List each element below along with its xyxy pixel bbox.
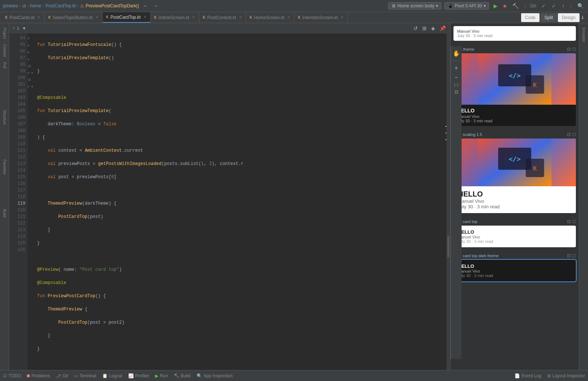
right-emulator-icon[interactable]: Emulator (581, 26, 587, 44)
status-app-inspection[interactable]: 🔍 App Inspection (197, 373, 233, 378)
run-button[interactable]: ▶ (492, 2, 499, 10)
refresh-icon[interactable]: ↺ (412, 25, 419, 32)
breadcrumb-ui[interactable]: ui (22, 3, 26, 8)
search-button[interactable]: 🔍 (576, 2, 585, 10)
git-fetch-icon[interactable]: ↑ (560, 2, 566, 10)
stop-button[interactable]: ■ (502, 2, 508, 10)
view-tab-code[interactable]: Code (521, 13, 540, 22)
gutter-favorites[interactable]: Favorites (2, 158, 7, 176)
font-scale-author: Manuel Vivo (458, 198, 571, 204)
code-scrollbar-thumb[interactable] (447, 236, 449, 258)
status-layout-inspector[interactable]: ⊞ Layout Inspector (547, 373, 585, 378)
code-scrollbar[interactable] (447, 33, 450, 370)
line-numbers: 94 95 96 97 98 99 100 101 102 103 104 10… (9, 33, 28, 370)
gutter-build[interactable]: Build (2, 208, 7, 219)
top-bar: jetnews › ui › home › PostCardTop.kt › ⚠… (0, 0, 588, 12)
git-push-icon[interactable]: ✓ (550, 2, 557, 10)
hand-tool-button[interactable]: ✋ (451, 49, 462, 58)
home-screen-body-dropdown[interactable]: 🖥 Home screen body ▾ (388, 2, 441, 10)
expand-icon[interactable]: ▼ (21, 25, 28, 31)
status-event-log[interactable]: 📄 Event Log (514, 373, 541, 378)
font-scale-image: </> K (453, 139, 576, 186)
preview-content[interactable]: Manuel Vivo July 30 · 3 min read Dark th… (451, 23, 579, 370)
dark-card-image: </> K (453, 53, 576, 105)
close-postcontent[interactable]: ✕ (239, 15, 242, 20)
small-card-title: HELLO (458, 229, 571, 235)
dark-card-title: HELLO (457, 108, 572, 114)
tab-selecttopic[interactable]: K SelectTopicButton.kt ✕ (44, 12, 102, 23)
close-postcardtop[interactable]: ✕ (143, 15, 147, 19)
font-scale-card: </> K HELLO Manuel Vivo July 30 · 3 min … (453, 139, 576, 213)
status-build[interactable]: 🔨 Build (174, 373, 191, 378)
breadcrumb-home[interactable]: home (30, 3, 41, 8)
run-status-icon: ▶ (155, 373, 158, 378)
back-button[interactable]: ← (141, 2, 150, 10)
tab-articlescreen[interactable]: K ArticleScreen.kt ✕ (151, 12, 200, 23)
breadcrumb-project[interactable]: jetnews (3, 3, 18, 8)
close-articlescreen[interactable]: ✕ (192, 15, 195, 20)
save-preview-top[interactable]: ⊡ (567, 219, 571, 224)
breadcrumb-warning-icon: ⚠ (80, 3, 84, 8)
tab-interestsscreen[interactable]: K InterestsScreen.kt ✕ (294, 12, 348, 23)
git-commit-icon[interactable]: ✓ (540, 2, 547, 10)
git-label: Git: (530, 3, 537, 8)
tab-postcardtop[interactable]: K PostCardTop.kt ✕ (103, 12, 151, 23)
close-interests[interactable]: ✕ (340, 15, 344, 20)
status-logcat[interactable]: 📋 Logcat (102, 373, 122, 378)
fold-column: ▾ ▾ ▾ ▾ ⚙ ▾ ▾ (28, 33, 34, 370)
view-tab-split[interactable]: Split (540, 13, 557, 22)
gutter-pull[interactable]: Pull (2, 61, 7, 70)
status-run[interactable]: ▶ Run (155, 373, 168, 378)
tab-postcontent[interactable]: K PostContent.kt ✕ (199, 12, 246, 23)
tab-homescreen[interactable]: K HomeScreen.kt ✕ (246, 12, 294, 23)
pin-icon[interactable]: 📌 (438, 25, 447, 32)
profiler-icon: 📈 (128, 373, 134, 378)
problems-dot (27, 374, 30, 377)
forward-button[interactable]: → (152, 2, 160, 10)
dark-small-title: HELLO (458, 263, 571, 269)
tab-postcards[interactable]: K PostCards.kt ✕ (1, 12, 44, 23)
status-git[interactable]: ⎇ Git (56, 373, 68, 378)
zoom-in-button[interactable]: + (453, 64, 459, 72)
preview-label-font-scale: Font scaling 1.5 ⊡ ⬡ (453, 132, 576, 137)
preview-side-controls: ✋ + − 1:1 ⊡ (451, 46, 462, 359)
external-top[interactable]: ⬡ (572, 219, 576, 224)
layer-icon[interactable]: ◈ (430, 25, 437, 32)
svg-text:K: K (533, 165, 537, 172)
tab-icon-postcontent: K (203, 15, 205, 19)
dark-card-text: HELLO Manuel Vivo July 30 · 3 min read (453, 105, 576, 126)
external-dark-top[interactable]: ⬡ (572, 253, 576, 258)
inspection-icon: 🔍 (197, 373, 202, 378)
monitor-icon: 🖥 (391, 3, 396, 8)
gutter-structure[interactable]: Structure (2, 108, 7, 126)
breadcrumb-function[interactable]: PreviewPostCardTopDark() (86, 3, 139, 8)
external-dark[interactable]: ⬡ (572, 47, 576, 52)
pixel-dropdown[interactable]: 📱 Pixel 5 API 30 ▾ (444, 2, 489, 10)
fit-button[interactable]: ⊡ (453, 89, 460, 95)
close-selecttopic[interactable]: ✕ (95, 15, 98, 20)
breadcrumb-file[interactable]: PostCardTop.kt (46, 3, 76, 8)
save-preview-dark-top[interactable]: ⊡ (567, 253, 571, 258)
terminal-icon: ▭ (74, 373, 78, 378)
zoom-out-button[interactable]: − (453, 73, 459, 82)
save-preview-font[interactable]: ⊡ (567, 132, 571, 137)
small-card-date: July 30 · 3 min read (458, 239, 571, 244)
status-problems[interactable]: Problems (27, 373, 50, 378)
gutter-commit[interactable]: Commit (2, 43, 7, 58)
code-content[interactable]: fun TutorialPreviewFontscale() { Tutoria… (34, 33, 444, 370)
code-toolbar: ✓ 1 ▼ ↺ ⊞ ◈ 📌 (9, 23, 450, 33)
status-terminal[interactable]: ▭ Terminal (74, 373, 96, 378)
build-icon[interactable]: 🔨 (511, 2, 520, 10)
status-profiler[interactable]: 📈 Profiler (128, 373, 149, 378)
view-tab-design[interactable]: Design (558, 13, 580, 22)
partial-author: Manuel Vivo (457, 29, 572, 33)
save-preview-dark[interactable]: ⊡ (567, 47, 571, 52)
gutter-project[interactable]: Project (2, 26, 7, 40)
info-icon[interactable]: ℹ (580, 14, 585, 21)
grid-icon[interactable]: ⊞ (421, 25, 428, 32)
font-scale-text: HELLO Manuel Vivo July 30 · 3 min read (453, 186, 576, 213)
status-todo[interactable]: ☑ TODO (3, 373, 21, 378)
external-font[interactable]: ⬡ (572, 132, 576, 137)
close-homescreen[interactable]: ✕ (287, 15, 290, 20)
close-postcards[interactable]: ✕ (37, 15, 40, 20)
